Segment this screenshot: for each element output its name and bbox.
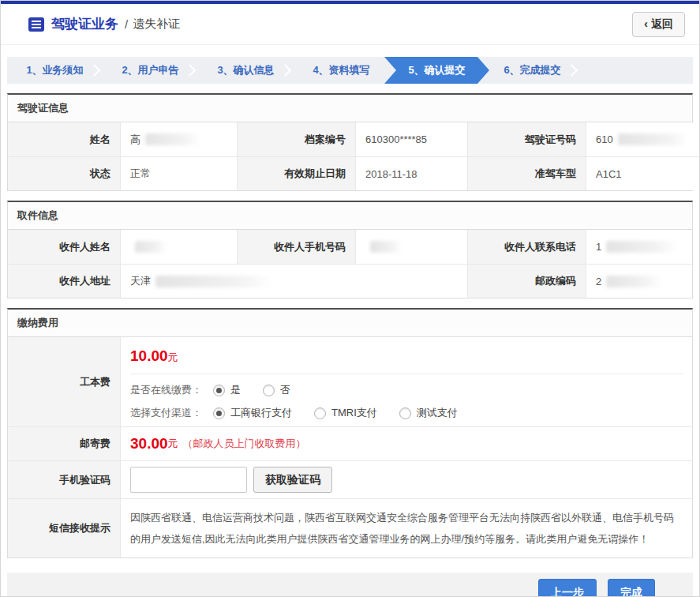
section-title-license: 驾驶证信息 [8,95,692,122]
online-pay-question: 是否在线缴费： [130,383,202,397]
field-label-license-number: 驾驶证号码 [467,122,586,156]
field-label-recipient-name: 收件人姓名 [8,230,120,264]
radio-icon[interactable] [213,385,225,396]
breadcrumb-separator: / [125,17,128,31]
online-pay-question-row: 是否在线缴费： 是 否 [121,374,692,397]
postage-note: （邮政人员上门收取费用） [183,437,306,451]
step-6-complete-submit[interactable]: 6、完成提交 [485,57,580,84]
field-label-expiry-date: 有效期止日期 [237,156,355,190]
step-5-confirm-submit[interactable]: 5、确认提交 [384,57,489,84]
sms-notice-text: 因陕西省联通、电信运营商技术问题，陕西省互联网交通安全综合服务管理平台无法向持陕… [120,498,692,558]
field-value-recipient-name [120,230,237,264]
back-button[interactable]: ‹返回 [632,12,685,37]
radio-option-icbc[interactable]: 工商银行支付 [213,406,292,420]
radio-option-no[interactable]: 否 [263,383,290,397]
field-label-postal-code: 邮政编码 [467,264,586,298]
radio-icon[interactable] [314,407,326,419]
field-value-recipient-address: 天津 [120,264,467,298]
field-value-vehicle-class: A1C1 [586,156,698,190]
redacted-blur [606,276,661,287]
get-code-button[interactable]: 获取验证码 [253,467,332,493]
finish-button[interactable]: 完成 [608,579,655,597]
field-value-file-number: 610300****85 [355,122,467,156]
field-label-recipient-mobile: 收件人手机号码 [237,230,355,264]
field-label-status: 状态 [8,156,120,190]
field-label-recipient-phone: 收件人联系电话 [467,230,586,264]
section-payment: 缴纳费用 工本费 10.00元 是否在线缴费： 是 否 选择支付渠道： 工商银行… [7,308,693,558]
field-label-vehicle-class: 准驾车型 [467,156,586,190]
page-title: 驾驶证业务 [51,15,118,33]
work-fee-content: 10.00元 是否在线缴费： 是 否 选择支付渠道： 工商银行支付 TMRI支付… [120,337,692,426]
license-info-table: 姓名 高 档案编号 610300****85 驾驶证号码 610 状态 正常 有… [8,122,692,190]
chevron-left-icon: ‹ [644,17,648,30]
list-icon [28,17,45,32]
field-label-postage-fee: 邮寄费 [8,426,120,460]
redacted-blur [370,241,402,253]
radio-option-test[interactable]: 测试支付 [399,406,458,420]
radio-icon[interactable] [213,407,225,419]
pay-channel-question-row: 选择支付渠道： 工商银行支付 TMRI支付 测试支付 [121,397,692,420]
postage-amount: 30.00 [130,435,168,452]
pay-channel-question: 选择支付渠道： [130,406,202,420]
step-4-fill-data[interactable]: 4、资料填写 [294,57,389,84]
footer-bar: 上一步 完成 [7,573,693,597]
field-value-recipient-phone: 1 [586,230,692,264]
section-license-info: 驾驶证信息 姓名 高 档案编号 610300****85 驾驶证号码 610 状… [7,93,693,191]
redacted-blur [606,241,677,253]
radio-icon[interactable] [399,407,411,419]
field-value-recipient-mobile [355,230,467,264]
pickup-info-table: 收件人姓名 收件人手机号码 收件人联系电话 1 收件人地址 天津 邮政编码 2 [8,230,692,298]
radio-icon[interactable] [263,385,275,396]
sms-code-row: 获取验证码 [120,460,692,498]
postage-fee-content: 30.00元（邮政人员上门收取费用） [120,426,692,460]
field-value-postal-code: 2 [586,264,692,298]
step-2-user-declaration[interactable]: 2、用户申告 [103,57,198,84]
step-wizard: 1、业务须知 2、用户申告 3、确认信息 4、资料填写 5、确认提交 6、完成提… [7,57,693,84]
redacted-blur [145,133,200,145]
field-value-expiry-date: 2018-11-18 [355,156,467,190]
step-1-business-notice[interactable]: 1、业务须知 [7,57,103,84]
field-label-sms-notice: 短信接收提示 [8,498,120,558]
breadcrumb-current: 遗失补证 [133,17,180,32]
redacted-blur [155,276,274,287]
sms-code-input[interactable] [130,467,247,493]
page: 驾驶证业务 / 遗失补证 ‹返回 1、业务须知 2、用户申告 3、确认信息 4、… [0,0,700,597]
field-value-license-number: 610 [586,122,698,156]
section-title-pickup: 取件信息 [8,202,692,230]
field-value-name: 高 [120,122,237,156]
radio-option-tmri[interactable]: TMRI支付 [314,406,377,420]
header: 驾驶证业务 / 遗失补证 ‹返回 [1,4,699,45]
radio-option-yes[interactable]: 是 [213,383,241,397]
work-fee-amount: 10.00元 [121,337,692,374]
redacted-blur [135,241,167,253]
redacted-blur [618,133,689,145]
prev-step-button[interactable]: 上一步 [538,579,597,597]
section-title-payment: 缴纳费用 [8,310,692,337]
back-button-label: 返回 [651,17,673,30]
field-label-sms-code: 手机验证码 [8,460,120,498]
payment-table: 工本费 10.00元 是否在线缴费： 是 否 选择支付渠道： 工商银行支付 TM… [8,337,692,558]
field-label-recipient-address: 收件人地址 [8,264,120,298]
field-value-status: 正常 [120,156,237,190]
field-label-file-number: 档案编号 [237,122,355,156]
section-pickup-info: 取件信息 收件人姓名 收件人手机号码 收件人联系电话 1 收件人地址 天津 邮政… [7,201,693,298]
step-3-confirm-info[interactable]: 3、确认信息 [198,57,294,84]
field-label-work-fee: 工本费 [8,337,120,426]
field-label-name: 姓名 [8,122,120,156]
